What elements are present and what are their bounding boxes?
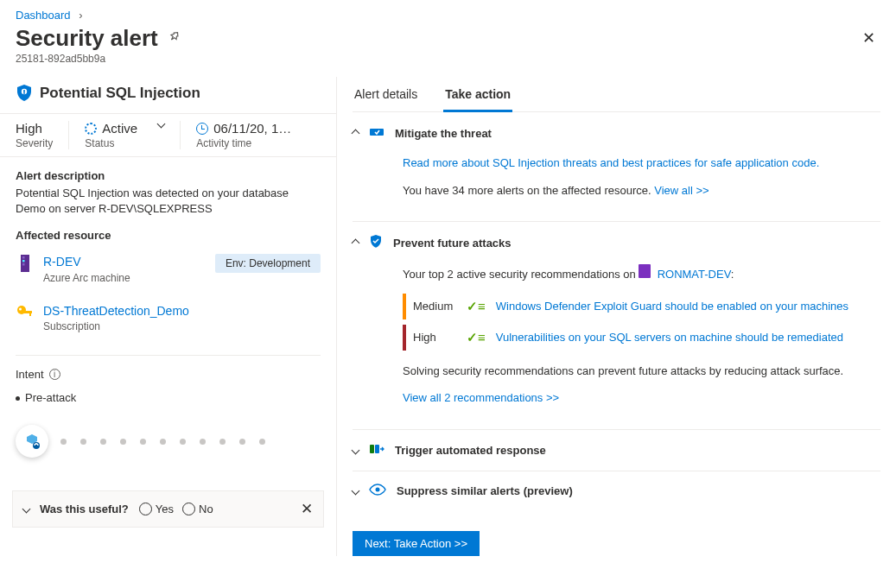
svg-point-2 <box>23 92 25 94</box>
shield-small-icon <box>369 234 383 252</box>
section-suppress-title: Suppress similar alerts (preview) <box>397 484 573 497</box>
intent-label: Intent <box>16 368 44 381</box>
mitigate-viewall-link[interactable]: View all >> <box>654 184 709 197</box>
section-trigger-title: Trigger automated response <box>395 444 546 457</box>
feedback-banner: Was this useful? Yes No ✕ <box>12 490 324 528</box>
timeline-node-icon <box>16 425 48 458</box>
chevron-down-icon <box>352 446 360 454</box>
svg-point-15 <box>376 487 380 491</box>
mitigate-readmore-link[interactable]: Read more about SQL Injection threats an… <box>403 156 819 169</box>
mitigate-more-text: You have 34 more alerts on the affected … <box>403 184 654 197</box>
svg-rect-6 <box>22 263 25 266</box>
chevron-up-icon <box>352 239 360 248</box>
svg-rect-1 <box>23 90 25 92</box>
page-title: Security alert <box>16 25 158 52</box>
vm-small-icon <box>639 264 651 278</box>
section-trigger-header[interactable]: Trigger automated response <box>353 442 880 458</box>
tab-alert-details[interactable]: Alert details <box>353 87 419 111</box>
description-heading: Alert description <box>16 169 321 182</box>
affected-resource-row: DS-ThreatDetection_Demo Subscription <box>0 294 336 343</box>
svg-rect-5 <box>22 260 25 262</box>
svg-rect-3 <box>21 255 29 272</box>
svg-rect-13 <box>370 445 374 453</box>
section-mitigate-header[interactable]: Mitigate the threat <box>353 124 880 142</box>
feedback-question: Was this useful? <box>40 503 129 515</box>
close-icon[interactable]: ✕ <box>857 23 880 53</box>
section-suppress-header[interactable]: Suppress similar alerts (preview) <box>353 484 880 498</box>
checklist-icon: ✓≡ <box>467 299 486 314</box>
affected-heading: Affected resource <box>16 229 321 242</box>
next-take-action-button[interactable]: Next: Take Action >> <box>353 531 480 556</box>
mitigate-icon <box>369 124 384 142</box>
resource-type: Subscription <box>43 319 321 334</box>
status-value: Active <box>102 121 137 136</box>
feedback-no[interactable]: No <box>182 503 213 515</box>
section-mitigate-title: Mitigate the threat <box>395 127 492 140</box>
svg-rect-10 <box>29 313 31 316</box>
svg-point-8 <box>19 307 22 310</box>
eye-icon <box>369 484 386 498</box>
intent-timeline <box>0 409 336 458</box>
info-icon[interactable]: i <box>49 369 60 380</box>
svg-rect-9 <box>24 311 32 313</box>
tab-bar: Alert details Take action <box>353 77 880 112</box>
feedback-yes[interactable]: Yes <box>139 503 174 515</box>
resource-name-link[interactable]: R-DEV <box>43 255 81 269</box>
key-icon <box>16 303 35 320</box>
status-label: Status <box>85 137 137 149</box>
prevent-intro-text: Your top 2 active security recommendatio… <box>403 268 639 281</box>
chevron-right-icon: › <box>79 9 82 22</box>
chevron-down-icon[interactable] <box>22 505 31 514</box>
resource-name-link[interactable]: DS-ThreatDetection_Demo <box>43 304 189 318</box>
affected-resource-row: R-DEV Azure Arc machine Env: Development <box>0 245 336 294</box>
breadcrumb-home[interactable]: Dashboard <box>16 9 71 22</box>
recommendation-row: Medium ✓≡ Windows Defender Exploit Guard… <box>403 294 880 319</box>
chevron-down-icon <box>352 486 360 495</box>
recommendation-row: High ✓≡ Vulnerabilities on your SQL serv… <box>403 325 880 351</box>
svg-rect-14 <box>375 445 379 453</box>
severity-label: Severity <box>16 137 53 149</box>
activity-value: 06/11/20, 1… <box>213 121 291 136</box>
rec-link[interactable]: Vulnerabilities on your SQL servers on m… <box>496 331 843 344</box>
section-prevent-header[interactable]: Prevent future attacks <box>353 234 880 252</box>
intent-stage: Pre-attack <box>0 386 336 409</box>
chevron-up-icon <box>352 130 360 138</box>
tab-take-action[interactable]: Take action <box>443 87 512 112</box>
section-prevent-title: Prevent future attacks <box>393 237 512 250</box>
resource-type: Azure Arc machine <box>43 271 207 286</box>
alert-name: Potential SQL Injection <box>40 85 200 102</box>
playbook-icon <box>369 442 384 458</box>
status-dropdown[interactable] <box>157 120 166 129</box>
description-text: Potential SQL Injection was detected on … <box>16 186 321 217</box>
rec-severity: Medium <box>413 300 456 313</box>
prevent-solving-text: Solving security recommendations can pre… <box>403 363 880 380</box>
rec-severity: High <box>413 331 456 344</box>
svg-rect-4 <box>22 256 25 259</box>
shield-icon <box>16 84 33 103</box>
prevent-viewrecs-link[interactable]: View all 2 recommendations >> <box>403 391 559 404</box>
spinner-icon <box>85 123 97 135</box>
pin-icon[interactable] <box>167 30 181 47</box>
rec-link[interactable]: Windows Defender Exploit Guard should be… <box>496 300 848 313</box>
breadcrumb: Dashboard › <box>0 0 896 23</box>
activity-label: Activity time <box>196 137 291 149</box>
checklist-icon: ✓≡ <box>467 330 486 345</box>
close-icon[interactable]: ✕ <box>301 500 313 518</box>
clock-icon <box>196 123 208 135</box>
vm-icon <box>16 254 35 273</box>
env-pill: Env: Development <box>215 254 321 273</box>
prevent-machine-link[interactable]: RONMAT-DEV <box>658 268 731 281</box>
alert-id: 25181-892ad5bb9a <box>0 53 896 77</box>
severity-value: High <box>16 121 53 136</box>
